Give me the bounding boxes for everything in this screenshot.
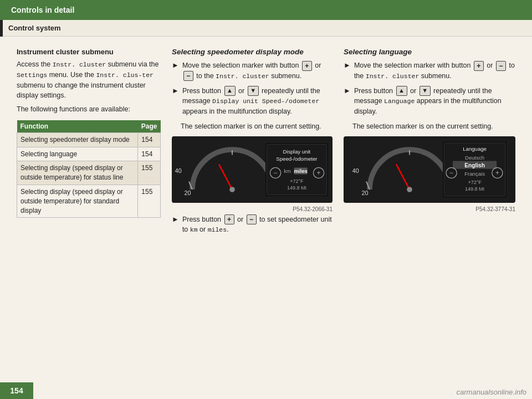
table-cell-page: 155: [138, 161, 161, 185]
right-arrow2: ►: [344, 86, 351, 95]
left-column: Instrument cluster submenu Access the In…: [17, 48, 161, 377]
sub-header-text: Control system: [3, 24, 61, 32]
svg-text:20: 20: [185, 189, 191, 196]
table-row: Selecting display (speed display or outs…: [17, 185, 161, 217]
svg-text:miles: miles: [294, 168, 308, 174]
instr-cluster-mid: Instr. cluster: [216, 73, 269, 80]
miles-ref: miles: [208, 226, 227, 233]
page-number: 154: [0, 382, 33, 399]
svg-text:km: km: [284, 168, 291, 174]
right-gauge-image: 20 140 120 40 Language Deutsch English F…: [344, 136, 515, 203]
mid-bullet3: ► Press button + or − to set speedometer…: [172, 214, 332, 236]
left-section-title: Instrument cluster submenu: [17, 48, 161, 56]
svg-text:+: +: [495, 168, 499, 176]
table-cell-function: Selecting language: [17, 147, 138, 161]
mid-section-title: Selecting speedometer display mode: [172, 48, 332, 56]
left-para1: Access the Instr. cluster submenu via th…: [17, 59, 161, 101]
table-row: Selecting speedometer display mode154: [17, 132, 161, 147]
mid-arrow3: ►: [172, 215, 179, 223]
svg-point-32: [407, 187, 412, 192]
table-header-function: Function: [17, 120, 138, 133]
mid-bullet3-text: Press button + or − to set speedometer u…: [182, 214, 332, 236]
plus-button-icon2: +: [224, 214, 234, 224]
right-bullet2-text: Press button ▲ or ▼ repeatedly until the…: [354, 86, 515, 117]
mid-arrow1: ►: [172, 61, 179, 69]
mid-bullet1: ► Move the selection marker with button …: [172, 60, 332, 81]
watermark: carmanualsonline.info: [457, 388, 526, 396]
svg-text:20: 20: [362, 189, 369, 196]
mid-bullet2: ► Press button ▲ or ▼ repeatedly until t…: [172, 86, 332, 117]
table-row: Selecting language154: [17, 147, 161, 161]
svg-text:40: 40: [175, 167, 182, 174]
sub-header: Control system: [0, 20, 532, 37]
instr-cluster-ref: Instr. cluster: [53, 61, 106, 68]
svg-text:Language: Language: [463, 146, 487, 152]
right-arrow1: ►: [344, 61, 351, 69]
svg-text:149.8 MI: 149.8 MI: [465, 186, 484, 192]
display-unit-msg: Display unit Speed-/odometer: [212, 98, 319, 105]
header-bar: Controls in detail: [0, 0, 532, 20]
down-button-icon-mid: ▼: [248, 86, 259, 96]
right-section-title: Selecting language: [344, 48, 515, 56]
down-button-icon-right: ▼: [420, 86, 431, 96]
svg-text:Display unit: Display unit: [283, 149, 311, 155]
svg-text:English: English: [464, 162, 485, 168]
mid-gauge-image: 20 140 120 40 Display unit Speed-/odomet…: [172, 136, 332, 203]
left-para2: The following functions are available:: [17, 104, 161, 115]
svg-text:+: +: [316, 168, 320, 176]
svg-text:149.8 MI: 149.8 MI: [287, 185, 306, 191]
header-title: Controls in detail: [11, 6, 74, 14]
right-gauge-caption: P54.32-3774-31: [344, 206, 515, 212]
km-ref: km: [190, 226, 198, 233]
table-header-page: Page: [138, 120, 161, 133]
svg-text:+72°F: +72°F: [468, 180, 482, 185]
mid-column: Selecting speedometer display mode ► Mov…: [172, 48, 332, 377]
mid-arrow2: ►: [172, 86, 179, 95]
right-bullet2: ► Press button ▲ or ▼ repeatedly until t…: [344, 86, 515, 117]
plus-button-icon-r: +: [474, 61, 484, 71]
table-row: Selecting display (speed display or outs…: [17, 161, 161, 185]
mid-bullet2-text: Press button ▲ or ▼ repeatedly until the…: [182, 86, 332, 117]
right-column: Selecting language ► Move the selection …: [344, 48, 515, 377]
table-cell-function: Selecting speedometer display mode: [17, 132, 138, 147]
table-cell-page: 154: [138, 132, 161, 147]
up-button-icon-mid: ▲: [224, 86, 236, 96]
table-cell-function: Selecting display (speed display or outs…: [17, 185, 138, 217]
svg-text:Speed-/odometer: Speed-/odometer: [276, 156, 318, 162]
function-table: Function Page Selecting speedometer disp…: [17, 120, 161, 218]
settings-ref: Settings: [17, 71, 47, 79]
minus-button-icon2: −: [247, 214, 257, 224]
minus-button-icon: −: [183, 71, 193, 81]
right-bullet1-text: Move the selection marker with button + …: [354, 60, 515, 81]
right-bullet1: ► Move the selection marker with button …: [344, 60, 515, 81]
up-button-icon-right: ▲: [396, 86, 407, 96]
svg-point-9: [229, 187, 235, 192]
mid-selection-text: The selection marker is on the current s…: [181, 121, 332, 132]
svg-text:40: 40: [352, 167, 359, 174]
instr-clus-ter-ref: Instr. clus-ter: [96, 71, 154, 79]
svg-text:Français: Français: [464, 170, 485, 176]
table-cell-page: 155: [138, 185, 161, 217]
svg-text:−: −: [449, 168, 453, 176]
svg-text:Deutsch: Deutsch: [465, 155, 484, 161]
mid-gauge-caption: P54.32-2066-31: [172, 206, 332, 212]
instr-cluster-right: Instr. cluster: [366, 73, 420, 80]
svg-text:+72°F: +72°F: [290, 178, 304, 184]
table-cell-function: Selecting display (speed display or outs…: [17, 161, 138, 185]
plus-button-icon: +: [302, 61, 312, 71]
table-cell-page: 154: [138, 147, 161, 161]
mid-bullet1-text: Move the selection marker with button + …: [182, 60, 332, 81]
minus-button-icon-r: −: [496, 61, 506, 71]
language-msg: Language: [384, 98, 415, 105]
right-selection-text: The selection marker is on the current s…: [352, 121, 515, 132]
svg-text:−: −: [273, 168, 277, 176]
main-content: Instrument cluster submenu Access the In…: [0, 37, 532, 382]
